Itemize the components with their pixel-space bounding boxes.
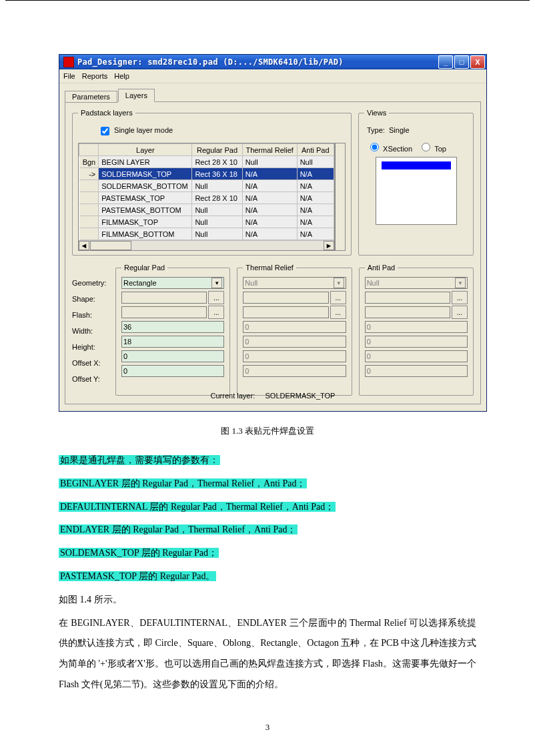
cell-thermal[interactable]: N/A (242, 216, 297, 228)
thermal-relief-group: Thermal Relief Null ▼ ... (237, 264, 352, 396)
property-labels: Geometry: Shape: Flash: Width: Height: O… (72, 264, 109, 385)
table-v-scrollbar[interactable] (335, 143, 346, 251)
cell-regular[interactable]: Null (192, 228, 242, 240)
menu-file[interactable]: File (63, 72, 75, 80)
regular-shape-input[interactable] (121, 292, 207, 304)
col-anti[interactable]: Anti Pad (297, 144, 334, 156)
tab-layers[interactable]: Layers (118, 89, 155, 102)
regular-offsetx-input[interactable]: 0 (121, 350, 224, 362)
thermal-geometry-combo: Null ▼ (243, 277, 346, 289)
regular-width-input[interactable]: 36 (121, 321, 224, 333)
figure-caption: 图 1.3 表贴元件焊盘设置 (59, 425, 476, 437)
cell-anti[interactable]: N/A (297, 204, 334, 216)
cell-anti[interactable]: Null (297, 156, 334, 168)
table-row[interactable]: SOLDERMASK_BOTTOMNullN/AN/A (79, 180, 334, 192)
regular-shape-browse-button[interactable]: ... (208, 291, 224, 304)
row-header (79, 180, 99, 192)
table-row[interactable]: ->SOLDERMASK_TOPRect 36 X 18N/AN/A (79, 168, 334, 180)
scroll-left-icon[interactable]: ◄ (79, 241, 89, 250)
col-regular[interactable]: Regular Pad (192, 144, 242, 156)
maximize-button[interactable]: □ (454, 55, 469, 69)
radio-top[interactable] (422, 143, 430, 151)
table-row[interactable]: FILMMASK_TOPNullN/AN/A (79, 216, 334, 228)
col-thermal[interactable]: Thermal Relief (242, 144, 297, 156)
tabpanel-layers: Padstack layers Single layer mode (65, 101, 481, 404)
menu-help[interactable]: Help (114, 72, 129, 80)
menu-reports[interactable]: Reports (82, 72, 108, 80)
cell-regular[interactable]: Rect 28 X 10 (192, 192, 242, 204)
cell-layer[interactable]: BEGIN LAYER (99, 156, 192, 168)
single-layer-mode-label[interactable]: Single layer mode (98, 126, 173, 134)
combo-arrow-icon[interactable]: ▼ (211, 278, 222, 288)
cell-thermal[interactable]: N/A (242, 228, 297, 240)
cell-regular[interactable]: Rect 28 X 10 (192, 156, 242, 168)
cell-thermal[interactable]: N/A (242, 168, 297, 180)
radio-xsection[interactable] (370, 143, 379, 151)
cell-regular[interactable]: Null (192, 180, 242, 192)
padstack-table[interactable]: Layer Regular Pad Thermal Relief Anti Pa… (79, 143, 334, 240)
thermal-relief-legend: Thermal Relief (243, 264, 296, 272)
text-p7: 如图 1.4 所示。 (59, 590, 476, 611)
thermal-shape-input (243, 292, 328, 304)
thermal-flash-input (243, 306, 328, 318)
table-row[interactable]: FILMMASK_BOTTOMNullN/AN/A (79, 228, 334, 240)
cell-anti[interactable]: N/A (297, 216, 334, 228)
pad-designer-window: Pad_Designer: smd28rec10.pad (D:.../SMDK… (59, 54, 487, 412)
row-header (79, 204, 99, 216)
cell-regular[interactable]: Null (192, 204, 242, 216)
scroll-right-icon[interactable]: ► (324, 241, 334, 250)
text-p5: SOLDEMASK_TOP 层的 Regular Pad； (59, 548, 219, 558)
anti-width-input: 0 (365, 321, 468, 333)
cell-thermal[interactable]: N/A (242, 192, 297, 204)
table-row[interactable]: BgnBEGIN LAYERRect 28 X 10NullNull (79, 156, 334, 168)
cell-anti[interactable]: N/A (297, 180, 334, 192)
cell-layer[interactable]: FILMMASK_TOP (99, 216, 192, 228)
tab-parameters[interactable]: Parameters (65, 91, 117, 103)
cell-thermal[interactable]: Null (242, 156, 297, 168)
minimize-button[interactable]: _ (438, 55, 453, 69)
type-label: Type: (367, 126, 385, 134)
anti-pad-group: Anti Pad Null ▼ ... (359, 264, 474, 396)
cell-layer[interactable]: PASTEMASK_BOTTOM (99, 204, 192, 216)
views-group: Views Type: Single XSection Top (358, 109, 474, 256)
close-button[interactable]: X (470, 55, 485, 69)
regular-flash-input[interactable] (121, 306, 207, 318)
text-p1: 如果是通孔焊盘，需要填写的参数有： (59, 455, 220, 465)
radio-xsection-label[interactable]: XSection (367, 145, 412, 153)
cell-regular[interactable]: Rect 36 X 18 (192, 168, 242, 180)
cell-layer[interactable]: PASTEMASK_TOP (99, 192, 192, 204)
radio-top-label[interactable]: Top (418, 145, 446, 153)
cell-layer[interactable]: SOLDERMASK_TOP (99, 168, 192, 180)
col-layer[interactable]: Layer (99, 144, 192, 156)
row-header (79, 216, 99, 228)
regular-height-input[interactable]: 18 (121, 336, 224, 348)
cell-regular[interactable]: Null (192, 216, 242, 228)
table-row[interactable]: PASTEMASK_TOPRect 28 X 10N/AN/A (79, 192, 334, 204)
label-offsetx: Offset X: (72, 357, 109, 369)
regular-geometry-combo[interactable]: Rectangle ▼ (121, 277, 224, 289)
table-h-scrollbar[interactable]: ◄ ► (79, 240, 334, 250)
app-icon (63, 57, 74, 67)
combo-arrow-icon: ▼ (455, 278, 466, 288)
cell-layer[interactable]: SOLDERMASK_BOTTOM (99, 180, 192, 192)
scroll-track[interactable] (131, 241, 324, 250)
cell-anti[interactable]: N/A (297, 228, 334, 240)
cell-thermal[interactable]: N/A (242, 204, 297, 216)
cell-anti[interactable]: N/A (297, 168, 334, 180)
cell-thermal[interactable]: N/A (242, 180, 297, 192)
thermal-height-input: 0 (243, 336, 346, 348)
row-header: Bgn (79, 156, 99, 168)
current-layer-value: SOLDERMASK_TOP (265, 392, 335, 400)
scroll-thumb[interactable] (90, 241, 131, 250)
text-p4: ENDLAYER 层的 Regular Pad，Thermal Relief，A… (59, 524, 298, 534)
regular-offsety-input[interactable]: 0 (121, 365, 224, 377)
current-layer-label: Current layer: (211, 392, 255, 400)
regular-flash-browse-button[interactable]: ... (208, 306, 224, 319)
single-layer-mode-checkbox[interactable] (101, 127, 109, 135)
cell-layer[interactable]: FILMMASK_BOTTOM (99, 228, 192, 240)
label-flash: Flash: (72, 309, 109, 321)
table-row[interactable]: PASTEMASK_BOTTOMNullN/AN/A (79, 204, 334, 216)
cell-anti[interactable]: N/A (297, 192, 334, 204)
window-title: Pad_Designer: smd28rec10.pad (D:.../SMDK… (77, 57, 438, 67)
menubar: File Reports Help (59, 69, 486, 83)
